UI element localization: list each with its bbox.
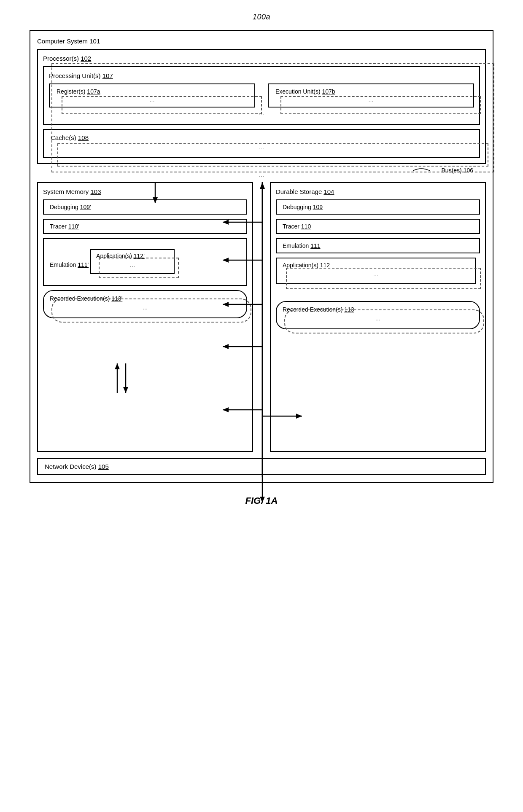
execution-box: Execution Unit(s) 107b … (268, 83, 474, 108)
cache-box: Cache(s) 108 … (43, 129, 480, 158)
durable-storage-label: Durable Storage 104 (276, 188, 480, 195)
application-prime-box: Application(s) 112' … (90, 249, 175, 274)
tracer-prime-box: Tracer 110' (43, 219, 247, 234)
network-device-box: Network Device(s) 105 (37, 458, 486, 475)
figure-caption: FIG. 1A (245, 495, 278, 506)
emulation-box: Emulation 111 (276, 238, 480, 253)
processing-unit-label: Processing Unit(s) 107 (49, 72, 474, 79)
tracer-box: Tracer 110 (276, 219, 480, 234)
recorded-prime-box: Recorded Execution(s) 113' … (43, 290, 247, 318)
debugging-box: Debugging 109 (276, 199, 480, 215)
durable-storage-box: Durable Storage 104 Debugging 109 Tracer… (270, 182, 486, 452)
middle-wrapper: System Memory 103 Debugging 109' Tracer … (37, 182, 486, 452)
processor-box: Processor(s) 102 Processing Unit(s) 107 … (37, 49, 486, 164)
system-memory-box: System Memory 103 Debugging 109' Tracer … (37, 182, 253, 452)
system-memory-label: System Memory 103 (43, 188, 247, 195)
main-diagram: Computer System 101 Processor(s) 102 Pro… (30, 30, 493, 483)
bus-label: Bus(es) 106 (413, 167, 473, 175)
title-text: 100a (253, 13, 270, 21)
application-box: Application(s) 112 … (276, 258, 476, 284)
debugging-prime-box: Debugging 109' (43, 199, 247, 215)
recorded-box: Recorded Execution(s) 113 … (276, 301, 480, 329)
processor-label: Processor(s) 102 (43, 55, 480, 62)
register-box: Register(s) 107a … (49, 83, 255, 108)
processing-unit-box: Processing Unit(s) 107 Register(s) 107a … (43, 66, 480, 125)
computer-system-label: Computer System 101 (37, 38, 486, 45)
emulation-prime-box: Emulation 111' Application(s) 112' … (43, 238, 247, 286)
figure-title: 100a (253, 13, 270, 22)
